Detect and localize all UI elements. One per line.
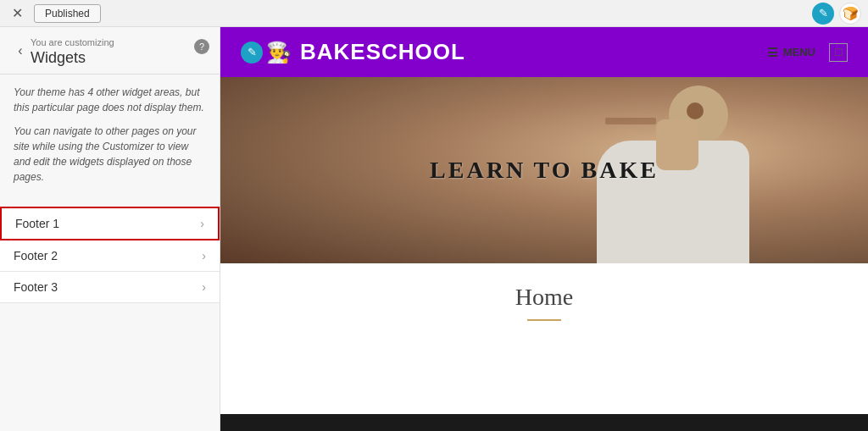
chevron-icon-footer3: › <box>202 280 206 294</box>
sidebar-item-footer1[interactable]: Footer 1 › <box>0 207 220 240</box>
published-button[interactable]: Published <box>34 4 101 23</box>
logo-pencil-icon: ✎ <box>241 41 263 64</box>
customizing-label: You are customizing <box>31 37 114 47</box>
top-bar: ✕ Published ✎ 🍞 <box>0 0 868 27</box>
pencil-icon[interactable]: ✎ <box>812 3 834 25</box>
content-area: Home <box>220 263 868 414</box>
site-name: BAKESCHOOL <box>300 39 465 65</box>
preview-area: ✎ 👨‍🍳 BAKESCHOOL ☰ MENU ☐ <box>220 27 868 431</box>
sidebar-info: Your theme has 4 other widget areas, but… <box>0 75 220 203</box>
top-bar-left: ✕ Published <box>7 3 101 24</box>
sidebar-item-footer2[interactable]: Footer 2 › <box>0 240 220 272</box>
hero-area: LEARN TO BAKE <box>220 77 868 263</box>
sidebar-title-block: You are customizing Widgets <box>31 37 114 67</box>
back-button[interactable]: ‹ <box>10 37 31 64</box>
footer1-label: Footer 1 <box>15 217 59 230</box>
logo-hat-icon: 👨‍🍳 <box>266 41 292 64</box>
page-title: Home <box>515 284 573 311</box>
footer3-label: Footer 3 <box>14 280 58 294</box>
chevron-icon-footer1: › <box>200 217 204 230</box>
sidebar-header: ‹ You are customizing Widgets ? <box>0 27 220 75</box>
bottom-bar <box>220 414 868 431</box>
menu-icon: ☰ <box>767 46 778 59</box>
top-bar-icons: ✎ 🍞 <box>812 3 861 25</box>
sidebar-item-footer3[interactable]: Footer 3 › <box>0 272 220 303</box>
hero-text: LEARN TO BAKE <box>430 157 659 184</box>
chevron-icon-footer2: › <box>202 249 206 262</box>
site-logo-area: ✎ 👨‍🍳 BAKESCHOOL <box>241 39 465 65</box>
info-text-2: You can navigate to other pages on your … <box>14 124 206 185</box>
menu-label: MENU <box>783 46 815 58</box>
search-icon-button[interactable]: ☐ <box>829 43 848 62</box>
chef-hat-icon[interactable]: 🍞 <box>839 3 861 25</box>
help-icon[interactable]: ? <box>194 39 209 54</box>
logo-icons: ✎ 👨‍🍳 <box>241 41 292 64</box>
info-text-1: Your theme has 4 other widget areas, but… <box>14 85 206 115</box>
sidebar: ‹ You are customizing Widgets ? Your the… <box>0 27 220 431</box>
main-layout: ‹ You are customizing Widgets ? Your the… <box>0 27 868 431</box>
title-divider <box>527 319 561 321</box>
close-button[interactable]: ✕ <box>7 3 27 24</box>
site-header-preview: ✎ 👨‍🍳 BAKESCHOOL ☰ MENU ☐ <box>220 27 868 77</box>
sidebar-items: Footer 1 › Footer 2 › Footer 3 › <box>0 203 220 307</box>
widgets-title: Widgets <box>31 49 114 67</box>
menu-button[interactable]: ☰ MENU <box>767 46 815 59</box>
site-nav: ☰ MENU ☐ <box>767 43 848 62</box>
footer2-label: Footer 2 <box>14 249 58 262</box>
